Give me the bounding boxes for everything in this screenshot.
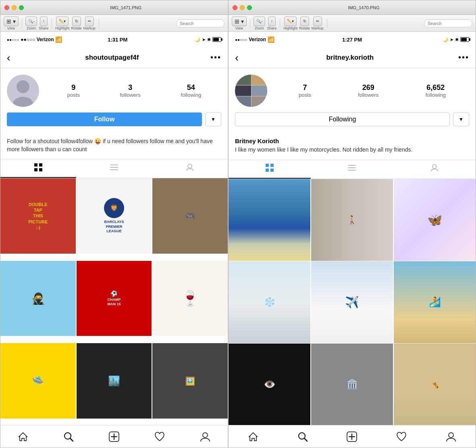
right-tb-rotate[interactable]: ↻ Rotate bbox=[299, 17, 310, 30]
left-stat-posts: 9 posts bbox=[67, 83, 80, 98]
left-window-title: IMG_1471.PNG bbox=[28, 5, 224, 10]
right-followers-count: 269 bbox=[362, 83, 374, 92]
left-view-tabs bbox=[0, 159, 228, 178]
right-photo-6[interactable]: 🏄 bbox=[394, 261, 476, 343]
left-follow-button[interactable]: Follow bbox=[7, 113, 202, 126]
right-tab-search[interactable] bbox=[278, 431, 328, 442]
left-tab-home[interactable] bbox=[0, 431, 46, 442]
right-grid-icon bbox=[265, 163, 274, 174]
left-search-input[interactable] bbox=[176, 19, 224, 27]
right-avatar bbox=[235, 75, 267, 107]
right-photo-8[interactable]: 🏛️ bbox=[311, 344, 393, 425]
right-status-bar: ●●○○○ Verizon 📶 1:27 PM 🌙 ➤ ✱ bbox=[229, 32, 476, 47]
left-tab-tag[interactable] bbox=[152, 159, 228, 178]
left-tb-rotate[interactable]: ↻ Rotate bbox=[71, 17, 82, 30]
right-status-right: 🌙 ➤ ✱ bbox=[421, 37, 469, 42]
right-photo-1[interactable] bbox=[229, 179, 310, 261]
svg-point-1 bbox=[17, 80, 29, 93]
close-button[interactable] bbox=[4, 5, 9, 10]
left-button-row: Follow ▼ bbox=[7, 113, 221, 126]
left-photo-1[interactable]: DOUBLETAPTHISPICTURE:-) bbox=[0, 178, 76, 254]
right-photo-5[interactable]: ✈️ bbox=[311, 261, 393, 343]
right-tb-share[interactable]: ↑ Share bbox=[267, 17, 276, 30]
right-followers-label: followers bbox=[358, 92, 378, 98]
right-tab-heart[interactable] bbox=[377, 431, 426, 442]
right-photo-2[interactable]: 🚶 bbox=[311, 179, 393, 261]
svg-point-16 bbox=[203, 433, 208, 438]
right-tb-highlight[interactable]: ✏️▾ Highlight bbox=[283, 17, 297, 30]
left-more-button[interactable]: ••• bbox=[210, 53, 221, 62]
right-minimize-button[interactable] bbox=[240, 5, 245, 10]
right-following-button[interactable]: Following bbox=[235, 113, 450, 126]
right-toolbar: ⊞ ▾ View 🔍- Zoom ↑ Share ✏️▾ Highlight ↻… bbox=[229, 15, 476, 32]
right-close-button[interactable] bbox=[233, 5, 237, 10]
left-tab-grid[interactable] bbox=[0, 159, 76, 178]
right-window: IMG_1470.PNG ⊞ ▾ View 🔍- Zoom ↑ Share ✏️… bbox=[228, 0, 476, 448]
left-tab-add[interactable] bbox=[91, 431, 137, 442]
left-photo-3[interactable]: 🎮 bbox=[152, 178, 228, 254]
left-tb-zoom[interactable]: 🔍- Zoom bbox=[25, 17, 37, 30]
right-photo-9[interactable]: 🤸 bbox=[394, 344, 476, 425]
left-profile-section: 9 posts 3 followers 54 following Follow bbox=[0, 68, 228, 138]
left-photo-9[interactable]: 🖼️ bbox=[152, 343, 228, 419]
left-photo-6[interactable]: 🍷 bbox=[152, 261, 228, 336]
left-photo-8[interactable]: 🏙️ bbox=[77, 343, 152, 419]
right-tb-markup[interactable]: ✏ Markup bbox=[312, 17, 324, 30]
left-tab-search[interactable] bbox=[46, 431, 91, 442]
left-time: 1:31 PM bbox=[62, 37, 173, 43]
right-back-button[interactable]: ‹ bbox=[235, 52, 239, 63]
minimize-button[interactable] bbox=[12, 5, 17, 10]
right-tab-bar bbox=[229, 425, 476, 448]
left-photo-4[interactable]: 🥷 bbox=[0, 261, 76, 336]
left-photo-7[interactable]: 🛸 bbox=[0, 343, 76, 419]
svg-rect-21 bbox=[348, 165, 356, 166]
right-window-title: IMG_1470.PNG bbox=[256, 5, 472, 10]
left-back-button[interactable]: ‹ bbox=[7, 52, 10, 63]
right-more-button[interactable]: ••• bbox=[458, 53, 469, 62]
left-tb-markup[interactable]: ✏ Markup bbox=[83, 17, 96, 30]
right-photo-3[interactable]: 🦋 bbox=[394, 179, 476, 261]
right-tab-add[interactable] bbox=[327, 431, 377, 442]
left-photo-2[interactable]: 🦁 BARCLAYSPREMIERLEAGUE bbox=[77, 178, 152, 254]
left-tab-profile[interactable] bbox=[182, 431, 228, 442]
left-tag-icon bbox=[185, 163, 194, 174]
right-tb-view[interactable]: ⊞ ▾ View bbox=[232, 17, 247, 30]
right-maximize-button[interactable] bbox=[247, 5, 252, 10]
svg-rect-19 bbox=[266, 169, 269, 172]
left-tb-highlight[interactable]: ✏️▾ Highlight bbox=[55, 17, 69, 30]
left-status-right: 🌙 ➤ ✱ bbox=[173, 37, 221, 42]
left-tb-share[interactable]: ↑ Share bbox=[39, 17, 48, 30]
right-following-label: following bbox=[425, 92, 446, 98]
right-photo-7[interactable]: 👁️ bbox=[229, 344, 310, 425]
right-tag-icon bbox=[430, 163, 439, 174]
left-photo-5[interactable]: ⚽ CHAMPMAN 15 bbox=[77, 261, 152, 336]
right-nav-bar: ‹ britney.korioth ••• bbox=[229, 47, 476, 68]
right-tb-zoom[interactable]: 🔍- Zoom bbox=[254, 17, 265, 30]
right-follow-dropdown[interactable]: ▼ bbox=[453, 113, 469, 126]
right-stat-following: 6,652 following bbox=[425, 83, 446, 98]
left-stat-following: 54 following bbox=[181, 83, 202, 98]
right-bio-section: Britney Korioth I like my women like I l… bbox=[229, 138, 476, 160]
left-following-label: following bbox=[181, 92, 202, 98]
right-tab-home[interactable] bbox=[229, 431, 278, 442]
profile-icon bbox=[200, 431, 211, 442]
right-add-icon bbox=[346, 431, 358, 442]
right-bio-name: Britney Korioth bbox=[235, 138, 469, 144]
right-tab-list[interactable] bbox=[311, 160, 393, 179]
right-photo-4[interactable]: ❄️ bbox=[229, 261, 310, 343]
left-tab-heart[interactable] bbox=[137, 431, 182, 442]
left-follow-dropdown[interactable]: ▼ bbox=[205, 113, 221, 126]
right-title-bar: IMG_1470.PNG bbox=[229, 0, 476, 15]
right-search-input[interactable] bbox=[424, 19, 472, 27]
right-list-icon bbox=[347, 163, 356, 174]
left-carrier: ●●○○○ ●●○○○ Verizon 📶 bbox=[7, 36, 62, 43]
right-profile-section: 7 posts 269 followers 6,652 following Fo… bbox=[229, 68, 476, 138]
right-tab-tag[interactable] bbox=[393, 160, 476, 179]
right-tab-grid[interactable] bbox=[229, 160, 311, 179]
left-tb-view[interactable]: ⊞ ▾ View bbox=[4, 17, 19, 30]
maximize-button[interactable] bbox=[19, 5, 24, 10]
right-stat-posts: 7 posts bbox=[299, 83, 311, 98]
right-button-row: Following ▼ bbox=[235, 113, 469, 126]
left-tab-list[interactable] bbox=[76, 159, 152, 178]
right-tab-profile[interactable] bbox=[426, 431, 476, 442]
